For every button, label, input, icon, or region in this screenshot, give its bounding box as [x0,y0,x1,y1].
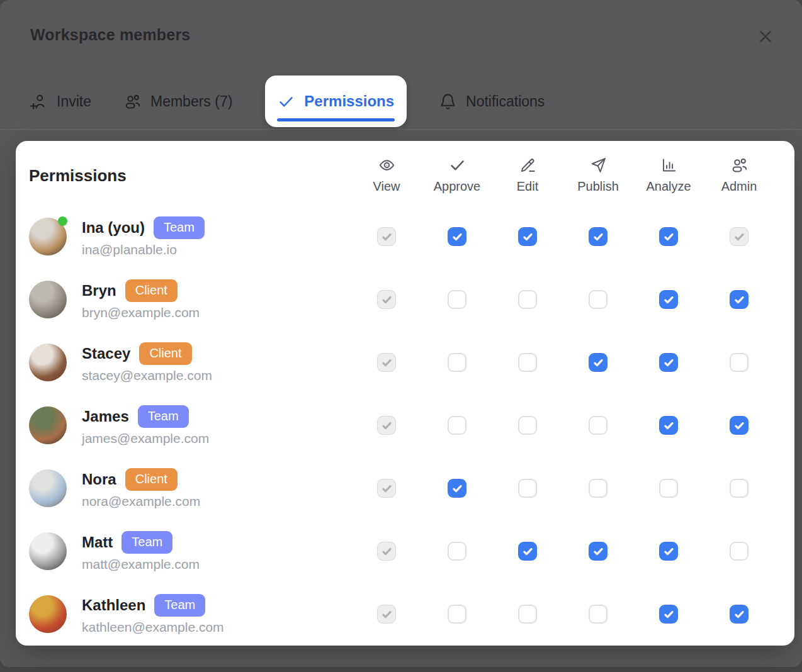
checkbox-admin [730,227,748,246]
checkbox-publish[interactable] [589,227,607,246]
checkbox-cell-analyze [633,227,704,246]
checkbox-publish[interactable] [589,605,607,624]
checkbox-cell-admin [704,479,774,498]
member-cell: Matt Team matt@example.com [29,531,351,572]
checkbox-admin[interactable] [730,605,748,624]
members-permission-list: Ina (you) Team ina@planable.io Bryn Clie… [16,205,794,646]
checkbox-admin[interactable] [730,353,748,372]
tab-permissions[interactable]: Permissions [265,76,407,127]
checkmark-icon [381,483,393,495]
checkmark-icon [381,294,393,306]
checkbox-cell-approve [422,605,492,624]
member-email: matt@example.com [82,557,200,572]
checkbox-admin[interactable] [730,479,748,498]
checkbox-edit[interactable] [518,353,537,372]
checkmark-icon [592,231,604,243]
checkbox-cell-admin [704,290,774,309]
checkbox-cell-edit [492,416,563,435]
modal-title: Workspace members [30,26,190,44]
checkbox-analyze[interactable] [659,290,678,309]
checkbox-cell-approve [422,227,492,246]
checkbox-analyze[interactable] [659,353,678,372]
checkbox-approve[interactable] [448,416,466,435]
checkbox-approve[interactable] [448,605,466,624]
checkbox-analyze[interactable] [659,227,678,246]
checkbox-approve[interactable] [448,227,466,246]
checkbox-view [377,605,396,624]
checkbox-edit[interactable] [518,542,537,561]
checkbox-publish[interactable] [589,479,607,498]
checkbox-cell-edit [492,353,563,372]
checkbox-cell-admin [704,353,774,372]
checkmark-icon [733,294,745,306]
avatar [29,469,67,507]
checkbox-view [377,542,396,561]
checkbox-cell-view [351,227,422,246]
checkbox-cell-analyze [633,353,704,372]
avatar [29,532,67,570]
close-icon [757,28,774,45]
checkbox-approve[interactable] [448,353,466,372]
checkbox-publish[interactable] [589,353,607,372]
checkbox-publish[interactable] [589,290,607,309]
checkbox-edit[interactable] [518,227,537,246]
column-publish: Publish [563,153,633,194]
member-email: ina@planable.io [82,242,205,257]
checkbox-cell-approve [422,542,492,561]
member-name: Matt [82,534,113,551]
checkbox-admin[interactable] [730,290,748,309]
checkbox-edit[interactable] [518,290,537,309]
eye-icon [378,157,395,174]
member-name: Stacey [82,345,130,362]
tab-invite[interactable]: Invite [30,93,91,110]
checkbox-analyze[interactable] [659,479,678,498]
send-icon [590,157,607,174]
checkbox-approve[interactable] [448,290,466,309]
member-cell: Stacey Client stacey@example.com [29,342,351,383]
people-icon [731,157,748,174]
checkbox-edit[interactable] [518,416,537,435]
role-badge: Client [125,468,178,491]
role-badge: Client [125,279,178,302]
checkbox-admin[interactable] [730,542,748,561]
member-email: nora@example.com [82,494,200,509]
member-email: stacey@example.com [82,368,212,383]
checkbox-publish[interactable] [589,416,607,435]
checkmark-icon [451,231,463,243]
member-email: james@example.com [82,431,209,446]
checkbox-cell-approve [422,290,492,309]
checkbox-analyze[interactable] [659,416,678,435]
checkbox-view [377,290,396,309]
checkbox-analyze[interactable] [659,605,678,624]
checkbox-publish[interactable] [589,542,607,561]
tab-members[interactable]: Members (7) [124,93,232,110]
checkmark-icon [663,231,675,243]
checkbox-cell-edit [492,605,563,624]
checkmark-icon [663,420,675,432]
checkbox-analyze[interactable] [659,542,678,561]
panel-title: Permissions [29,161,351,186]
member-row: Matt Team matt@example.com [16,520,794,583]
checkmark-icon [592,546,604,557]
permissions-header: Permissions View Approve Edit Publish An… [16,141,794,205]
checkbox-edit[interactable] [518,605,537,624]
checkbox-admin[interactable] [730,416,748,435]
close-button[interactable] [755,26,776,47]
checkmark-icon [733,231,745,243]
member-cell: Kathleen Team kathleen@example.com [29,594,351,635]
checkbox-cell-admin [704,542,774,561]
checkbox-approve[interactable] [448,542,466,561]
person-add-icon [30,93,47,110]
checkbox-cell-approve [422,479,492,498]
checkbox-cell-view [351,479,422,498]
checkmark-icon [733,608,745,620]
tab-notifications[interactable]: Notifications [439,93,545,110]
bell-icon [439,93,456,110]
checkbox-edit[interactable] [518,479,537,498]
checkbox-approve[interactable] [448,479,466,498]
member-row: Nora Client nora@example.com [16,457,794,520]
member-cell: Ina (you) Team ina@planable.io [29,216,351,257]
checkbox-cell-analyze [633,416,704,435]
column-view: View [351,153,422,194]
checkbox-view [377,479,396,498]
